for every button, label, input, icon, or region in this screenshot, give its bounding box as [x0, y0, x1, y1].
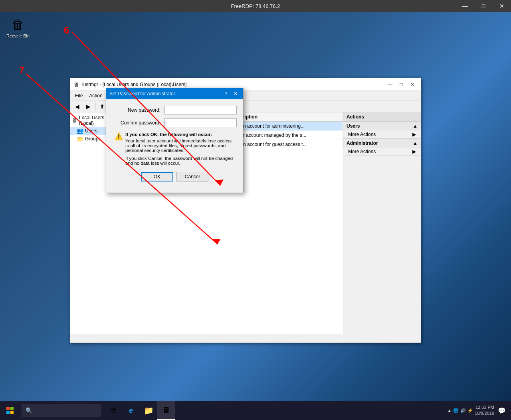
- user-desc-guest: Built-in account for guest access t...: [228, 140, 343, 149]
- freerdp-title: FreeRDP: 78.46.76.2: [231, 3, 280, 9]
- set-password-dialog: Set Password for Administrator ? ✕ New p…: [106, 88, 244, 193]
- confirm-password-input[interactable]: [164, 118, 237, 127]
- dialog-warning-content: If you click OK, the following will occu…: [125, 132, 235, 166]
- tree-groups-icon: 📁: [77, 136, 83, 142]
- lusrmgr-maximize-button[interactable]: □: [396, 80, 406, 89]
- dialog-body: New password: Confirm password: ⚠️ If yo…: [106, 99, 243, 193]
- tray-battery[interactable]: ⚡: [467, 408, 473, 413]
- menu-action[interactable]: Action: [86, 92, 105, 99]
- taskbar: 🔍 ⧉ e 📁 🖥 ▲ 🌐 🔊 ⚡ 12:53 PM 10/8/2019 💬: [0, 401, 511, 420]
- freerdp-maximize-button[interactable]: □: [474, 0, 493, 12]
- lusrmgr-icon: 🖥: [73, 81, 80, 88]
- actions-users-more-arrow: ▶: [412, 132, 416, 137]
- lusrmgr-minimize-button[interactable]: —: [385, 80, 395, 89]
- status-bar: [70, 334, 421, 343]
- lusrmgr-close-button[interactable]: ✕: [407, 80, 418, 89]
- confirm-password-field: Confirm password:: [113, 118, 237, 127]
- user-desc-administrator: Built-in account for administering...: [228, 122, 343, 130]
- freerdp-minimize-button[interactable]: —: [456, 0, 474, 12]
- actions-section-users-header[interactable]: Users ▲: [343, 122, 421, 130]
- notification-center[interactable]: 💬: [496, 401, 508, 420]
- freerdp-controls: — □ ✕: [456, 0, 511, 12]
- freerdp-close-button[interactable]: ✕: [493, 0, 511, 12]
- dialog-close-button[interactable]: ✕: [231, 90, 240, 98]
- dialog-title: Set Password for Administrator: [109, 91, 222, 97]
- dialog-ok-button[interactable]: OK: [141, 172, 173, 181]
- new-password-label: New password:: [113, 107, 164, 113]
- right-panel: Actions Users ▲ More Actions ▶ Administr…: [343, 112, 421, 334]
- taskbar-explorer[interactable]: 📁: [140, 401, 157, 420]
- dialog-titlebar: Set Password for Administrator ? ✕: [106, 88, 243, 99]
- desktop: FreeRDP: 78.46.76.2 — □ ✕ 🗑 Recycle Bin …: [0, 0, 511, 420]
- lusrmgr-title: lusrmgr - [Local Users and Groups (Local…: [82, 82, 385, 87]
- freerdp-titlebar: FreeRDP: 78.46.76.2 — □ ✕: [0, 0, 511, 12]
- col-header-description[interactable]: Description: [228, 112, 343, 121]
- win-logo-q4: [10, 411, 14, 414]
- actions-users-more[interactable]: More Actions ▶: [343, 130, 421, 138]
- lusrmgr-window-controls: — □ ✕: [385, 80, 418, 89]
- win-logo-q2: [10, 407, 14, 410]
- toolbar-sep-1: [95, 103, 95, 110]
- dialog-warning: ⚠️ If you click OK, the following will o…: [113, 132, 237, 166]
- actions-admin-more-arrow: ▶: [412, 149, 416, 154]
- taskbar-search[interactable]: 🔍: [22, 404, 101, 417]
- dialog-warning-line2: If you click Cancel, the password will n…: [125, 156, 235, 166]
- win-logo-q3: [6, 411, 10, 414]
- annotation-7: 7: [19, 65, 24, 76]
- tray-network[interactable]: 🌐: [453, 408, 459, 413]
- recycle-bin-image: 🗑: [10, 17, 26, 33]
- toolbar-back[interactable]: ◀: [72, 102, 82, 111]
- clock-date: 10/8/2019: [475, 410, 494, 416]
- taskbar-items: ⧉ e 📁 🖥: [105, 401, 444, 420]
- tree-users-icon: 👥: [77, 128, 83, 134]
- taskbar-right: ▲ 🌐 🔊 ⚡ 12:53 PM 10/8/2019 💬: [444, 401, 511, 420]
- dialog-warning-line1: Your local user account will immediately…: [125, 138, 235, 153]
- actions-collapse-users: ▲: [413, 123, 418, 129]
- actions-header: Actions: [343, 112, 421, 122]
- tray-up-arrow[interactable]: ▲: [447, 408, 452, 413]
- menu-file[interactable]: File: [72, 92, 86, 99]
- taskbar-clock[interactable]: 12:53 PM 10/8/2019: [475, 404, 494, 417]
- actions-section-admin-header[interactable]: Administrator ▲: [343, 139, 421, 148]
- actions-collapse-admin: ▲: [413, 140, 418, 146]
- tree-root-icon: 🖥: [72, 117, 77, 124]
- actions-section-admin: Administrator ▲ More Actions ▶: [343, 139, 421, 156]
- confirm-password-label: Confirm password:: [113, 120, 164, 126]
- dialog-cancel-button[interactable]: Cancel: [176, 172, 208, 181]
- clock-time: 12:53 PM: [475, 404, 494, 410]
- dialog-help-button[interactable]: ?: [222, 90, 230, 98]
- tree-users-label: Users: [85, 128, 97, 134]
- new-password-input[interactable]: [164, 106, 237, 114]
- warning-icon: ⚠️: [114, 132, 122, 140]
- dialog-buttons: OK Cancel: [113, 172, 237, 186]
- win-logo-q1: [6, 407, 10, 410]
- search-icon: 🔍: [26, 407, 32, 414]
- recycle-bin-label: Recycle Bin: [6, 34, 30, 38]
- new-password-field: New password:: [113, 106, 237, 114]
- tree-groups-label: Groups: [85, 136, 101, 142]
- start-button[interactable]: [0, 401, 20, 420]
- dialog-warning-title: If you click OK, the following will occu…: [125, 132, 235, 137]
- taskbar-edge[interactable]: e: [122, 401, 140, 420]
- taskbar-task-view[interactable]: ⧉: [105, 401, 122, 420]
- taskbar-rdp[interactable]: 🖥: [157, 401, 175, 420]
- annotation-6: 6: [64, 25, 69, 36]
- tray-volume[interactable]: 🔊: [460, 408, 466, 413]
- user-desc-defaultaccount: A user account managed by the s...: [228, 131, 343, 140]
- windows-logo: [6, 407, 14, 414]
- actions-admin-more[interactable]: More Actions ▶: [343, 148, 421, 156]
- dialog-controls: ? ✕: [222, 90, 240, 98]
- actions-section-users: Users ▲ More Actions ▶: [343, 122, 421, 139]
- toolbar-forward[interactable]: ▶: [83, 102, 93, 111]
- system-tray: ▲ 🌐 🔊 ⚡: [447, 408, 473, 413]
- recycle-bin-icon[interactable]: 🗑 Recycle Bin: [2, 15, 34, 40]
